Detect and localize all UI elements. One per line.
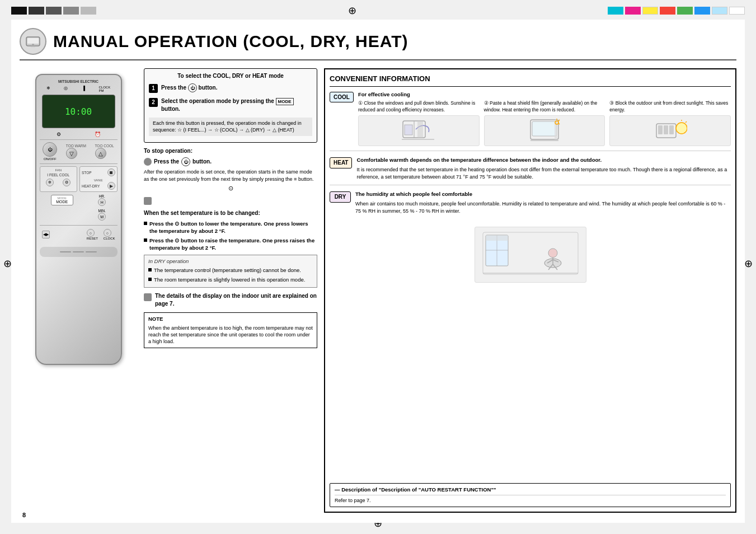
svg-rect-19 (664, 125, 668, 134)
cool-text-2: Paste a heat shield film (generally avai… (484, 100, 598, 112)
page-content: MANUAL OPERATION (COOL, DRY, HEAT) MITSU… (11, 20, 745, 523)
reg-mark-top: ⊕ (348, 4, 356, 17)
cool-text-1: Close the windows and pull down blinds. … (358, 100, 475, 112)
step-1-text: Press the (161, 85, 188, 91)
dry-title: The humidity at which people feel comfor… (355, 191, 731, 198)
dry-bullet-2: The room temperature is slightly lowered… (148, 276, 313, 283)
heat-text: It is recommended that the set temperatu… (356, 166, 731, 180)
on-off-label: ON/OFF (43, 157, 57, 161)
step-1-num: 1 (149, 84, 158, 93)
details-text: The details of the display on the indoor… (155, 292, 317, 308)
start-btn[interactable]: ▶ (107, 182, 115, 190)
stop-btn-icon: ⏻ (181, 157, 190, 166)
note-text: When the ambient temperature is too high… (148, 325, 313, 345)
dry-badge: DRY (330, 191, 351, 203)
cool-illus-2 (484, 115, 605, 146)
too-warm-button[interactable]: ▽ (66, 148, 77, 159)
mode-button[interactable]: MODE MODE (51, 195, 73, 205)
color-bar-dark (29, 7, 44, 15)
auto-restart-box: — Description of "Description of "AUTO R… (330, 483, 731, 507)
min-btn[interactable]: M (98, 213, 106, 221)
step-1-button-label: button. (199, 85, 218, 91)
cool-col-1: ① Close the windows and pull down blinds… (358, 100, 480, 146)
svg-rect-8 (417, 121, 423, 138)
on-off-row: ⏻ ON/OFF TOO WARM ▽ TOO COOL △ (40, 142, 118, 161)
too-cool-button[interactable]: △ (95, 148, 106, 159)
reset-btn[interactable]: ○ (87, 229, 95, 237)
feel-cool-label: I FEEL COOL (47, 173, 69, 177)
color-bar-black1 (11, 7, 27, 15)
color-bar-cyan (608, 7, 623, 15)
auto-restart-title-text: Description of "AUTO RESTART FUNCTION" (381, 486, 494, 493)
too-cool-label: TOO COOL (95, 144, 114, 148)
mode-label: MODE (54, 200, 71, 204)
cool-badge: COOL (330, 92, 354, 103)
remote-circle-icon: ◎ (64, 86, 68, 92)
hr-btn[interactable]: H (98, 198, 106, 206)
top-color-bars: ⊕ (0, 4, 756, 17)
remote-divider3 (40, 225, 118, 226)
remote-body: MITSUBISHI ELECTRIC ❄ ◎ ▐ CLOCKPM 10:00 (35, 74, 122, 365)
temp-raise-bullet: Press the ⊙ button to raise the temperat… (144, 237, 317, 252)
reg-mark-right: ⊕ (744, 257, 753, 270)
reset-label: RESET (87, 237, 98, 240)
svg-point-2 (32, 44, 34, 46)
fan-btn1[interactable]: ✲ (46, 179, 54, 186)
heat-section: HEAT Comfortable warmth depends on the t… (330, 157, 731, 185)
svg-rect-10 (532, 121, 557, 136)
mode-btn-label: MODE (276, 98, 294, 105)
fan-btn2[interactable]: ⚙ (63, 179, 71, 186)
svg-point-31 (548, 249, 557, 257)
dry-section: DRY The humidity at which people feel co… (330, 191, 731, 283)
color-bar-lightblue (712, 7, 727, 15)
remote-clock-icon: ⏰ (95, 132, 101, 137)
svg-rect-29 (486, 235, 508, 241)
top-bars-left (11, 7, 96, 15)
on-off-button[interactable]: ⏻ (43, 142, 57, 157)
color-bar-magenta (625, 7, 641, 15)
grip-line3 (86, 251, 97, 252)
page-title: MANUAL OPERATION (COOL, DRY, HEAT) (53, 32, 408, 51)
remote-control: MITSUBISHI ELECTRIC ❄ ◎ ▐ CLOCKPM 10:00 (20, 74, 137, 365)
select-mode-box: To select the COOL, DRY or HEAT mode 1 P… (144, 68, 317, 143)
remote-snowflake-icon: ❄ (46, 86, 50, 92)
cool-title: For effective cooling (358, 91, 731, 99)
stop-label: STOP (82, 171, 92, 175)
stop-btn[interactable]: ⏹ (107, 168, 115, 176)
note-box: NOTE When the ambient temperature is too… (144, 312, 317, 348)
heat-badge: HEAT (330, 157, 352, 168)
remote-grip (40, 247, 118, 257)
color-bar-red (660, 7, 675, 15)
remote-divider2 (40, 163, 118, 164)
reg-mark-left: ⊕ (3, 257, 12, 270)
color-bar-med (46, 7, 62, 15)
svg-rect-6 (405, 125, 412, 135)
too-warm-label: TOO WARM (66, 144, 86, 148)
details-num (144, 293, 152, 301)
main-layout: MITSUBISHI ELECTRIC ❄ ◎ ▐ CLOCKPM 10:00 (20, 68, 736, 513)
middle-column: To select the COOL, DRY or HEAT mode 1 P… (144, 68, 317, 513)
clock-label: CLOCK (104, 237, 115, 240)
color-bar-yellow (642, 7, 658, 15)
step-2-content: Select the operation mode by pressing th… (161, 97, 312, 113)
dry-operation-title: In DRY operation (148, 257, 313, 265)
page-header: MANUAL OPERATION (COOL, DRY, HEAT) (20, 28, 736, 60)
bullet-square-1 (144, 222, 147, 225)
arrow-btn[interactable]: ◀▶ (42, 231, 50, 238)
bullet-square-2 (144, 238, 147, 242)
step-1: 1 Press the ⏻ button. (149, 83, 312, 93)
cool-content: For effective cooling ① Close the window… (358, 91, 731, 147)
stop-title: To stop operation: (144, 147, 317, 155)
right-column: CONVENIENT INFORMATION COOL For effectiv… (324, 68, 736, 513)
cool-num-1: ① (358, 100, 363, 106)
page-number: 8 (22, 512, 26, 518)
remote-display-text: 10:00 (65, 106, 92, 117)
remote-bar-icon: ▐ (82, 86, 85, 92)
color-bar-lgray (63, 7, 79, 15)
stop-section: To stop operation: Press the ⏻ button. A… (144, 147, 317, 193)
heat-content: Comfortable warmth depends on the temper… (356, 157, 731, 180)
convenient-box: CONVENIENT INFORMATION COOL For effectiv… (324, 68, 736, 513)
clock-btn[interactable]: ○ (104, 229, 111, 237)
color-bar-white (729, 7, 745, 15)
temp-lower-text: Press the ⊙ button to lower the temperat… (149, 220, 317, 235)
